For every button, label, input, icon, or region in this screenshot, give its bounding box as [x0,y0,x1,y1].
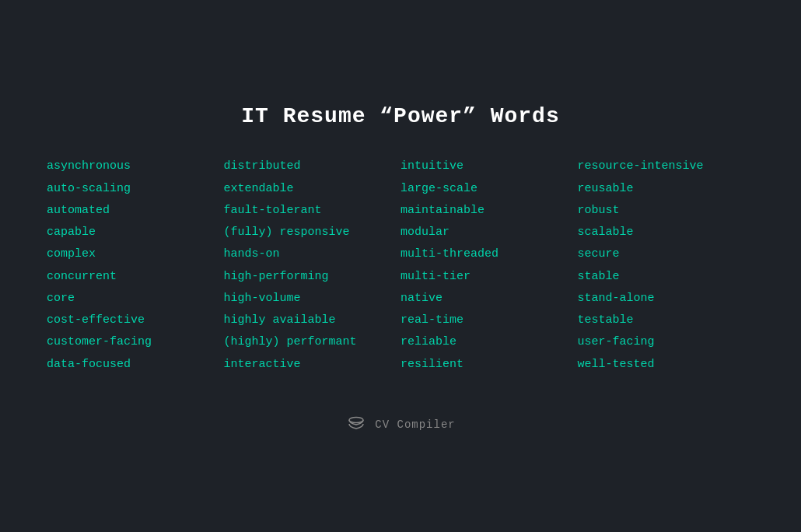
column-2: distributedextendablefault-tolerant(full… [224,156,401,375]
power-word: well-tested [578,355,755,375]
power-word: high-performing [224,267,401,287]
power-word: interactive [224,355,401,375]
power-word: reliable [400,332,578,352]
column-4: resource-intensivereusablerobustscalable… [578,156,755,375]
power-word: extendable [224,179,401,199]
power-word: fault-tolerant [224,201,401,221]
power-word: auto-scaling [47,179,224,199]
power-word: distributed [224,156,401,177]
power-word: capable [47,222,224,243]
power-word: stand-alone [578,289,755,309]
power-word: resource-intensive [578,156,755,177]
power-word: robust [578,201,755,221]
power-word: intuitive [400,156,578,177]
main-container: IT Resume “Power” Words asynchronousauto… [0,81,801,451]
power-word: customer-facing [47,332,224,352]
power-word: secure [578,244,755,264]
svg-point-0 [349,417,363,422]
power-word: automated [47,201,224,221]
power-word: (highly) performant [224,332,401,352]
column-3: intuitivelarge-scalemaintainablemodularm… [400,156,578,375]
power-word: hands-on [224,244,401,264]
power-word: multi-threaded [400,244,578,264]
power-word: reusable [578,179,755,199]
power-word: high-volume [224,289,401,309]
power-word: data-focused [47,355,224,375]
power-word: concurrent [47,267,224,287]
power-word: real-time [400,310,578,331]
power-word: user-facing [578,332,755,352]
power-word: stable [578,267,755,287]
power-word: asynchronous [47,156,224,177]
cv-compiler-icon [345,414,367,436]
power-word: multi-tier [400,267,578,287]
column-1: asynchronousauto-scalingautomatedcapable… [47,156,224,375]
power-word: large-scale [400,179,578,199]
power-word: modular [400,222,578,243]
power-word: testable [578,310,755,331]
power-word: cost-effective [47,310,224,331]
power-word: scalable [578,222,755,243]
power-word: resilient [400,355,578,375]
power-word: maintainable [400,201,578,221]
power-word: (fully) responsive [224,222,401,243]
power-word: core [47,289,224,309]
footer-brand: CV Compiler [375,418,455,431]
page-title: IT Resume “Power” Words [241,104,559,128]
power-word: highly available [224,310,401,331]
footer: CV Compiler [345,414,455,436]
power-word: complex [47,244,224,264]
power-word: native [400,289,578,309]
words-grid: asynchronousauto-scalingautomatedcapable… [47,156,754,375]
